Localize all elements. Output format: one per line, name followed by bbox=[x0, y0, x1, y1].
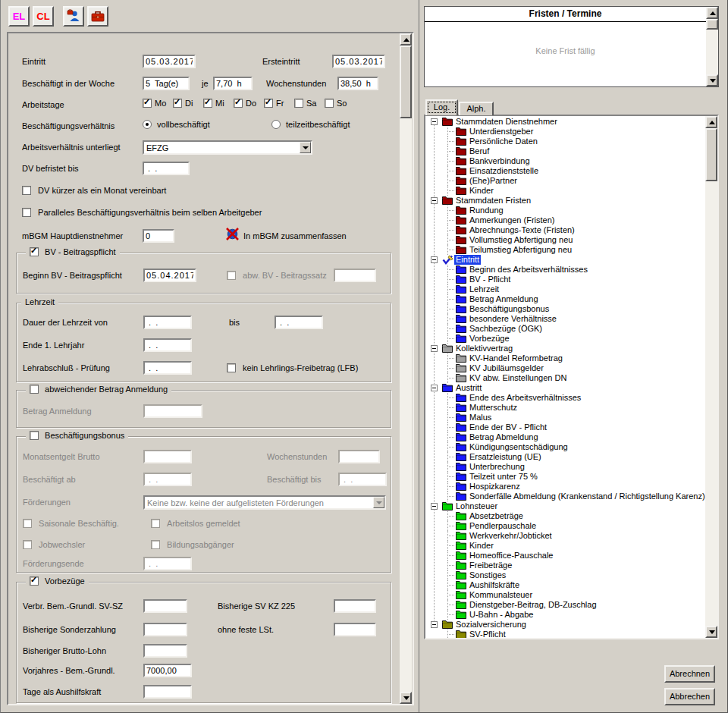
expander-minus-icon[interactable] bbox=[431, 621, 438, 628]
tree-node-label[interactable]: Beschäftigungsbonus bbox=[468, 304, 551, 314]
tree-child-node[interactable]: Aushilfskräfte bbox=[425, 580, 705, 590]
stunden-je-tag-input[interactable] bbox=[213, 77, 253, 90]
tree-child-node[interactable]: Kommunalsteuer bbox=[425, 590, 705, 600]
tree-child-node[interactable]: Beschäftigungsbonus bbox=[425, 304, 705, 314]
tree-child-node[interactable]: Lehrzeit bbox=[425, 284, 705, 294]
tree-node-label[interactable]: Unterdienstgeber bbox=[468, 127, 535, 137]
tree-parent-node[interactable]: Kollektivvertrag bbox=[425, 344, 705, 353]
tree-node-label[interactable]: Eintritt bbox=[454, 255, 481, 265]
tree-child-node[interactable]: Teilzeit unter 75 % bbox=[425, 472, 705, 482]
tree-node-label[interactable]: Aushilfskräfte bbox=[468, 580, 521, 590]
tree-parent-node[interactable]: Stammdaten Fristen bbox=[425, 196, 705, 206]
tree-node-label[interactable]: SV-Pflicht bbox=[468, 630, 507, 638]
arbeitstag-mo-checkbox[interactable]: Mo bbox=[143, 99, 166, 108]
tree-node-label[interactable]: Austritt bbox=[454, 383, 483, 393]
tree-child-node[interactable]: Dienstgeber-Beitrag, DB-Zuschlag bbox=[425, 600, 705, 610]
tree-child-node[interactable]: Vollumstieg Abfertigung neu bbox=[425, 235, 705, 245]
tree-node-label[interactable]: Betrag Anmeldung bbox=[468, 294, 540, 304]
tree-node-label[interactable]: Hospizkarenz bbox=[468, 482, 522, 492]
tree-node-label[interactable]: Sonstiges bbox=[468, 570, 507, 580]
vollbeschaeftigt-radio[interactable]: vollbeschäftigt bbox=[143, 120, 210, 129]
tree-child-node[interactable]: U-Bahn - Abgabe bbox=[425, 610, 705, 620]
tree-scrollbar-thumb[interactable] bbox=[705, 128, 717, 181]
tree-node-label[interactable]: Beginn des Arbeitsverhältnisses bbox=[468, 265, 589, 275]
tree-scrollbar[interactable] bbox=[705, 116, 717, 638]
arbeitstag-di-checkbox[interactable]: Di bbox=[173, 99, 193, 108]
tree-child-node[interactable]: Sonderfälle Abmeldung (Krankenstand / Ri… bbox=[425, 492, 705, 501]
dv-kuerzer-checkbox[interactable]: DV kürzer als ein Monat vereinbart bbox=[22, 186, 166, 195]
lehrzeit-bis-input[interactable] bbox=[275, 316, 323, 329]
tree-node-label[interactable]: Einsatzdienststelle bbox=[468, 166, 540, 176]
tree-child-node[interactable]: Ende des Arbeitsverhältnisses bbox=[425, 393, 705, 403]
arbeitstag-mi-checkbox[interactable]: Mi bbox=[203, 99, 224, 108]
tree-node-label[interactable]: BV - Pflicht bbox=[468, 275, 512, 284]
tree-child-node[interactable]: Kinder bbox=[425, 541, 705, 551]
tree-child-node[interactable]: Anmerkungen (Fristen) bbox=[425, 215, 705, 225]
arbeitstag-do-checkbox[interactable]: Do bbox=[234, 99, 256, 108]
ende-lehrjahr-input[interactable] bbox=[143, 338, 192, 352]
tree-child-node[interactable]: Sonstiges bbox=[425, 570, 705, 580]
arbeitstag-fr-checkbox[interactable]: Fr bbox=[264, 99, 284, 108]
tree-node-label[interactable]: Dienstgeber-Beitrag, DB-Zuschlag bbox=[468, 600, 598, 610]
tree-node-label[interactable]: Malus bbox=[468, 413, 493, 422]
tree-node-label[interactable]: Absetzbeträge bbox=[468, 511, 525, 521]
tree-child-node[interactable]: Beruf bbox=[425, 146, 705, 156]
tree-child-node[interactable]: KV-Handel Reformbetrag bbox=[425, 353, 705, 363]
tree-child-node[interactable]: Mutterschutz bbox=[425, 403, 705, 413]
form-scrollbar-up-button[interactable] bbox=[400, 33, 412, 46]
tree-node-label[interactable]: Kinder bbox=[468, 186, 495, 196]
tree-node-label[interactable]: Kommunalsteuer bbox=[468, 590, 534, 600]
wochenstunden-input[interactable] bbox=[337, 77, 378, 90]
expander-minus-icon[interactable] bbox=[431, 197, 438, 204]
ohne-lst-input[interactable] bbox=[334, 623, 376, 636]
tree-node-label[interactable]: Mutterschutz bbox=[468, 403, 519, 413]
lehrabschluss-input[interactable] bbox=[143, 361, 192, 375]
tree-child-node[interactable]: Ende der BV - Pflicht bbox=[425, 422, 705, 432]
tree-scrollbar-down-button[interactable] bbox=[705, 626, 717, 638]
mbgm-zusammenfassen-icon[interactable] bbox=[225, 227, 240, 243]
tree-node-label[interactable]: Abrechnungs-Texte (Fristen) bbox=[468, 225, 576, 235]
tree-child-node[interactable]: Betrag Anmeldung bbox=[425, 294, 705, 304]
tree-node-label[interactable]: Freibeträge bbox=[468, 561, 513, 570]
tree-child-node[interactable]: Absetzbeträge bbox=[425, 511, 705, 521]
fristen-scrollbar-up-button[interactable] bbox=[706, 7, 718, 19]
el-button[interactable]: EL bbox=[8, 6, 30, 27]
tree-node-label[interactable]: (Ehe)Partner bbox=[468, 176, 519, 186]
form-scrollbar-thumb[interactable] bbox=[400, 46, 412, 118]
tree-node-label[interactable]: Stammdaten Fristen bbox=[454, 196, 532, 206]
tree-node-label[interactable]: Persönliche Daten bbox=[468, 137, 539, 146]
tree-child-node[interactable]: Persönliche Daten bbox=[425, 137, 705, 146]
tree-node-label[interactable]: U-Bahn - Abgabe bbox=[468, 610, 535, 620]
verbr-input[interactable] bbox=[143, 599, 187, 613]
tree-child-node[interactable]: Vorbezüge bbox=[425, 334, 705, 344]
tree-parent-node[interactable]: Lohnsteuer bbox=[425, 501, 705, 511]
tree-node-label[interactable]: KV-Handel Reformbetrag bbox=[468, 353, 564, 363]
tree-child-node[interactable]: Unterdienstgeber bbox=[425, 127, 705, 137]
tree-child-node[interactable]: KV abw. Einstellungen DN bbox=[425, 373, 705, 383]
beschaeftigungsbonus-checkbox[interactable] bbox=[30, 431, 39, 440]
tree-node-label[interactable]: Kollektivvertrag bbox=[454, 344, 514, 353]
tree-node-label[interactable]: Sozialversicherung bbox=[454, 620, 528, 630]
sonderzahlung-input[interactable] bbox=[143, 623, 187, 636]
fristen-scrollbar-down-button[interactable] bbox=[706, 74, 718, 86]
tree-node-label[interactable]: Rundung bbox=[468, 206, 505, 215]
combo-dropdown-button[interactable] bbox=[300, 142, 311, 153]
tree-child-node[interactable]: Homeoffice-Pauschale bbox=[425, 551, 705, 561]
tree-parent-node[interactable]: Stammdaten Dienstnehmer bbox=[425, 117, 705, 127]
tree-node-label[interactable]: Kündigungsentschädigung bbox=[468, 442, 570, 452]
tree-child-node[interactable]: Malus bbox=[425, 413, 705, 422]
form-scrollbar-down-button[interactable] bbox=[400, 692, 412, 704]
tree-node-label[interactable]: Ersatzleistung (UE) bbox=[468, 452, 543, 462]
tree-node-label[interactable]: Teilumstieg Abfertigung neu bbox=[468, 245, 573, 255]
form-scrollbar[interactable] bbox=[400, 33, 412, 704]
tree-child-node[interactable]: Pendlerpauschale bbox=[425, 521, 705, 531]
company-button[interactable] bbox=[87, 6, 108, 27]
tree-node-label[interactable]: Ende der BV - Pflicht bbox=[468, 422, 548, 432]
tree-child-node[interactable]: (Ehe)Partner bbox=[425, 176, 705, 186]
ersteintritt-input[interactable] bbox=[332, 55, 385, 68]
tree-node-label[interactable]: Betrag Abmeldung bbox=[468, 432, 540, 442]
tage-input[interactable] bbox=[143, 77, 190, 90]
tree-node-label[interactable]: Werkverkehr/Jobticket bbox=[468, 531, 554, 541]
tree-child-node[interactable]: Beginn des Arbeitsverhältnisses bbox=[425, 265, 705, 275]
tree-parent-node[interactable]: Eintritt bbox=[425, 255, 705, 265]
